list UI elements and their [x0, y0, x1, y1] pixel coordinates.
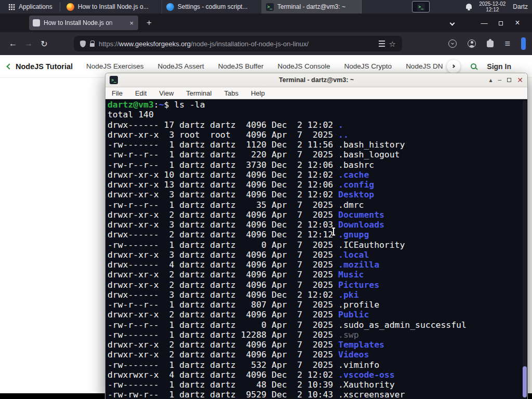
- menu-item-tabs[interactable]: Tabs: [224, 89, 238, 97]
- panel-user-label[interactable]: Dartz: [513, 3, 528, 10]
- terminal-titlebar[interactable]: Terminal - dartz@vm3: ~ ▴ – ✕: [105, 73, 527, 87]
- close-icon[interactable]: ×: [509, 18, 526, 28]
- taskbar-item-firefox[interactable]: How to Install Node.js o...: [62, 0, 162, 14]
- site-nav-links: NodeJS ExercisesNodeJS AssertNodeJS Buff…: [86, 62, 443, 70]
- tray-terminal-launcher[interactable]: [412, 1, 430, 12]
- codium-icon: [166, 3, 174, 11]
- maximize-icon[interactable]: [507, 76, 511, 84]
- url-host: www.geeksforgeeks.org: [119, 40, 191, 48]
- sign-in-button[interactable]: Sign In: [487, 62, 511, 71]
- terminal-line: -rw------- 1 dartz dartz 532 Apr 7 2025 …: [108, 360, 527, 370]
- toolbar-right-icons: ≡: [448, 37, 527, 50]
- site-nav-link[interactable]: NodeJS Exercises: [86, 62, 143, 70]
- terminal-line: drwxr-xr-x 3 root root 4096 Apr 7 2025 .…: [108, 130, 527, 140]
- terminal-line: drwxr-xr-x 3 dartz dartz 4096 Dec 2 12:0…: [108, 220, 527, 230]
- taskbar-item-terminal[interactable]: Terminal - dartz@vm3: ~: [262, 0, 362, 14]
- terminal-line: -rw------- 1 dartz dartz 12288 Apr 7 202…: [108, 330, 527, 340]
- forward-icon[interactable]: →: [21, 36, 36, 51]
- taskbar-item-codium[interactable]: Settings - codium script...: [162, 0, 262, 14]
- desktop: Applications How to Install Node.js o...…: [0, 0, 532, 399]
- terminal-line: drwxr-xr-x 2 dartz dartz 4096 Apr 7 2025…: [108, 310, 527, 320]
- menu-item-edit[interactable]: Edit: [135, 89, 147, 97]
- terminal-menubar: FileEditViewTerminalTabsHelp: [105, 87, 527, 99]
- terminal-line: drwxr-xr-x 2 dartz dartz 4096 Apr 7 2025…: [108, 270, 527, 280]
- site-nav-link[interactable]: NodeJS Assert: [157, 62, 204, 70]
- terminal-line: drwxr-xr-x 13 dartz dartz 4096 Dec 2 12:…: [108, 180, 527, 190]
- clock-date: 2025-12-02: [479, 1, 506, 7]
- site-nav-active-item[interactable]: NodeJS Tutorial: [16, 62, 73, 71]
- terminal-line: -rw-r--r-- 1 dartz dartz 220 Apr 7 2025 …: [108, 150, 527, 159]
- terminal-icon: [266, 3, 274, 11]
- top-panel: Applications How to Install Node.js o...…: [0, 0, 532, 14]
- terminal-line: -rw-rw-r-- 1 dartz dartz 9529 Dec 2 10:4…: [108, 390, 527, 399]
- terminal-window-controls: ▴ – ✕: [489, 76, 523, 84]
- terminal-line: drwxr-xr-x 2 dartz dartz 4096 Apr 7 2025…: [108, 340, 527, 350]
- applications-grid-icon: [8, 4, 15, 10]
- menu-item-terminal[interactable]: Terminal: [186, 89, 211, 97]
- terminal-line: -rw------- 1 dartz dartz 1120 Dec 2 11:5…: [108, 140, 527, 150]
- shade-icon[interactable]: ▴: [489, 76, 493, 84]
- terminal-line: -rw-r--r-- 1 dartz dartz 35 Apr 7 2025 .…: [108, 200, 527, 210]
- tab-bar: How to Install Node.js on × + — ×: [0, 14, 532, 32]
- site-nav-link[interactable]: NodeJS Console: [277, 62, 330, 70]
- account-icon[interactable]: [468, 39, 476, 48]
- site-nav-right: Sign In: [447, 60, 525, 73]
- terminal-line: total 140: [108, 110, 527, 119]
- panel-clock[interactable]: 2025-12-02 12:12: [479, 1, 506, 13]
- menu-item-file[interactable]: File: [112, 89, 123, 97]
- url-text: https://www.geeksforgeeks.org/node-js/in…: [99, 40, 375, 48]
- back-icon[interactable]: ←: [5, 36, 21, 51]
- tab-title: How to Install Node.js on: [44, 19, 125, 26]
- search-icon[interactable]: [471, 63, 476, 69]
- terminal-output: dartz@vm3:~$ ls -latotal 140drwx------ 1…: [108, 100, 527, 399]
- url-prefix: https://: [99, 40, 119, 48]
- minimize-icon[interactable]: —: [476, 19, 493, 27]
- applications-menu-button[interactable]: Applications: [3, 0, 58, 14]
- minimize-icon[interactable]: –: [498, 76, 502, 84]
- url-bar[interactable]: https://www.geeksforgeeks.org/node-js/in…: [74, 36, 402, 51]
- firefox-icon: [66, 3, 74, 11]
- site-nav-link[interactable]: NodeJS Crypto: [344, 62, 392, 70]
- new-tab-button[interactable]: +: [143, 18, 155, 28]
- notification-bell-icon[interactable]: [466, 4, 472, 9]
- chevron-left-icon[interactable]: [6, 63, 12, 69]
- menu-item-view[interactable]: View: [159, 89, 174, 97]
- terminal-window-icon: [110, 76, 118, 84]
- terminal-scrollbar-track[interactable]: [523, 100, 527, 398]
- terminal-line: drwx------ 3 dartz dartz 4096 Dec 2 12:0…: [108, 290, 527, 300]
- tray-terminal-icon: [417, 3, 425, 11]
- applications-label: Applications: [19, 3, 52, 10]
- terminal-screen[interactable]: dartz@vm3:~$ ls -latotal 140drwx------ 1…: [105, 99, 527, 399]
- close-icon[interactable]: ✕: [517, 76, 523, 84]
- terminal-line: -rw------- 1 dartz dartz 0 Apr 7 2025 .I…: [108, 240, 527, 250]
- tracking-shield-icon[interactable]: [80, 41, 86, 47]
- tab-close-icon[interactable]: ×: [128, 19, 135, 27]
- site-nav-link[interactable]: NodeJS DNS: [406, 62, 443, 70]
- menu-item-help[interactable]: Help: [251, 89, 265, 97]
- terminal-line: drwxr-xr-x 2 dartz dartz 4096 Apr 7 2025…: [108, 210, 527, 220]
- window-controls: — ×: [450, 18, 532, 28]
- refresh-icon[interactable]: ↻: [36, 36, 52, 51]
- tab-overflow-chevron-icon[interactable]: [450, 20, 455, 25]
- sidebar-toggle-icon[interactable]: [521, 37, 526, 50]
- tab-favicon: [33, 19, 40, 26]
- pocket-icon[interactable]: [448, 39, 457, 48]
- nav-scroll-right-button[interactable]: [447, 60, 460, 73]
- bookmark-star-icon[interactable]: ☆: [389, 40, 396, 48]
- panel-divider: [60, 2, 60, 11]
- terminal-scrollbar-thumb[interactable]: [523, 366, 527, 397]
- clock-time: 12:12: [479, 7, 506, 13]
- menu-icon[interactable]: ≡: [504, 39, 510, 48]
- maximize-icon[interactable]: [493, 19, 509, 27]
- lock-icon[interactable]: [90, 43, 95, 47]
- terminal-line: drwxr-xr-x 2 dartz dartz 4096 Apr 7 2025…: [108, 350, 527, 360]
- site-nav-link[interactable]: NodeJS Buffer: [218, 62, 264, 70]
- terminal-line: drwxr-xr-x 3 dartz dartz 4096 Apr 7 2025…: [108, 250, 527, 260]
- terminal-line: -rw-r--r-- 1 dartz dartz 0 Apr 7 2025 .s…: [108, 320, 527, 330]
- terminal-line: drwxr-xr-x 10 dartz dartz 4096 Dec 2 12:…: [108, 170, 527, 180]
- terminal-line: drwxrwxr-x 4 dartz dartz 4096 Dec 2 12:0…: [108, 370, 527, 380]
- terminal-window: Terminal - dartz@vm3: ~ ▴ – ✕ FileEditVi…: [105, 73, 528, 399]
- extensions-icon[interactable]: [487, 41, 494, 47]
- browser-tab[interactable]: How to Install Node.js on ×: [29, 16, 138, 30]
- reader-mode-icon[interactable]: [379, 41, 385, 47]
